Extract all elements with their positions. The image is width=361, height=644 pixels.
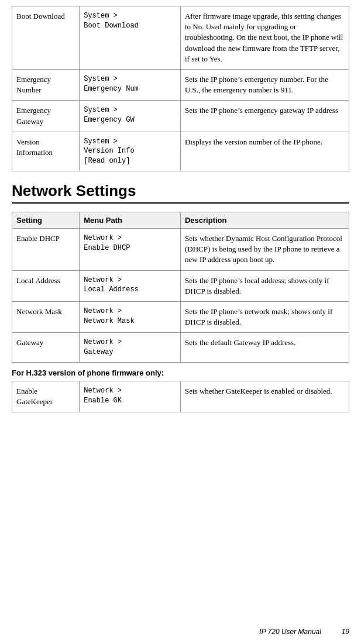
h323-note: For H.323 version of phone firmware only…: [12, 369, 349, 377]
setting-name: Emergency Gateway: [12, 101, 80, 132]
setting-name: Network Mask: [12, 302, 80, 333]
system-settings-table: Boot DownloadSystem > Boot DownloadAfter…: [12, 6, 349, 171]
table-row: Emergency GatewaySystem > Emergency GWSe…: [12, 101, 349, 132]
menu-path: System > Emergency Num: [80, 69, 181, 100]
description: Sets the IP phone’s emergency number. Fo…: [180, 69, 349, 100]
table-row: Enable GateKeeperNetwork > Enable GKSets…: [12, 381, 349, 412]
table-row: Emergency NumberSystem > Emergency NumSe…: [12, 69, 349, 100]
column-header: Setting: [12, 212, 80, 229]
table-row: Boot DownloadSystem > Boot DownloadAfter…: [12, 6, 349, 70]
menu-path: Network > Local Address: [80, 270, 181, 301]
setting-name: Gateway: [12, 333, 80, 363]
menu-path: Network > Enable DHCP: [80, 229, 181, 271]
table-row: Local AddressNetwork > Local AddressSets…: [12, 270, 349, 301]
menu-path: Network > Network Mask: [80, 302, 181, 333]
network-settings-heading: Network Settings: [12, 182, 349, 204]
setting-name: Enable GateKeeper: [12, 381, 80, 412]
product-name: IP 720 User Manual: [259, 628, 321, 636]
page-footer: IP 720 User Manual 19: [259, 628, 349, 636]
table-row: Enable DHCPNetwork > Enable DHCPSets whe…: [12, 229, 349, 271]
menu-path: Network > Enable GK: [80, 381, 181, 412]
table-row: GatewayNetwork > GatewaySets the default…: [12, 333, 349, 363]
description: Sets whether GateKeeper is enabled or di…: [180, 381, 349, 412]
setting-name: Enable DHCP: [12, 229, 80, 271]
column-header: Description: [180, 212, 349, 229]
description: Sets the IP phone’s network mask; shows …: [180, 302, 349, 333]
description: Sets the IP phone’s emergency gateway IP…: [180, 101, 349, 132]
network-settings-table: SettingMenu PathDescription Enable DHCPN…: [12, 212, 349, 363]
menu-path: System > Boot Download: [80, 6, 181, 70]
page-number: 19: [342, 628, 349, 636]
setting-name: Boot Download: [12, 6, 80, 70]
menu-path: Network > Gateway: [80, 333, 181, 363]
menu-path: System > Version Info [Read only]: [80, 132, 181, 171]
description: Displays the version number of the IP ph…: [180, 132, 349, 171]
description: Sets whether Dynamic Host Configuration …: [180, 229, 349, 271]
description: Sets the default Gateway IP address.: [180, 333, 349, 363]
column-header: Menu Path: [80, 212, 181, 229]
description: After firmware image upgrade, this setti…: [180, 6, 349, 70]
h323-table: Enable GateKeeperNetwork > Enable GKSets…: [12, 381, 349, 412]
table-row: Version InformationSystem > Version Info…: [12, 132, 349, 171]
setting-name: Local Address: [12, 270, 80, 301]
table-row: Network MaskNetwork > Network MaskSets t…: [12, 302, 349, 333]
setting-name: Version Information: [12, 132, 80, 171]
setting-name: Emergency Number: [12, 69, 80, 100]
description: Sets the IP phone’s local address; shows…: [180, 270, 349, 301]
menu-path: System > Emergency GW: [80, 101, 181, 132]
